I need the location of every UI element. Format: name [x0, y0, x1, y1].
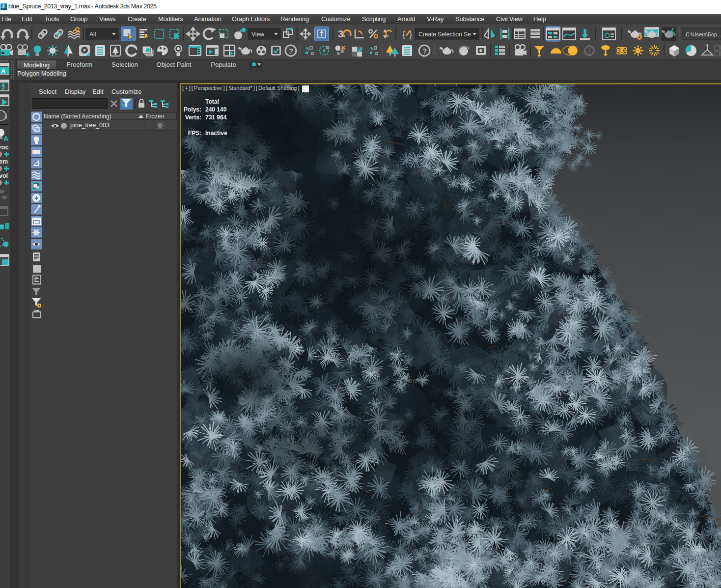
svg-text:vol: vol [0, 172, 8, 179]
svg-text:All: All [89, 31, 96, 38]
svg-text:A: A [3, 135, 8, 142]
svg-text:View: View [251, 31, 264, 38]
svg-text:A: A [1, 67, 6, 75]
svg-text:roc: roc [0, 144, 9, 151]
svg-text:{: { [402, 29, 406, 39]
svg-text:em: em [0, 158, 8, 165]
svg-text:?: ? [422, 47, 427, 55]
svg-text:3: 3 [2, 4, 5, 9]
svg-text:?: ? [289, 47, 293, 55]
svg-text:C:\Users\Бор...3ds Ma: C:\Users\Бор...3ds Ma [686, 31, 721, 37]
svg-text:Create Selection Se: Create Selection Se [418, 31, 471, 38]
